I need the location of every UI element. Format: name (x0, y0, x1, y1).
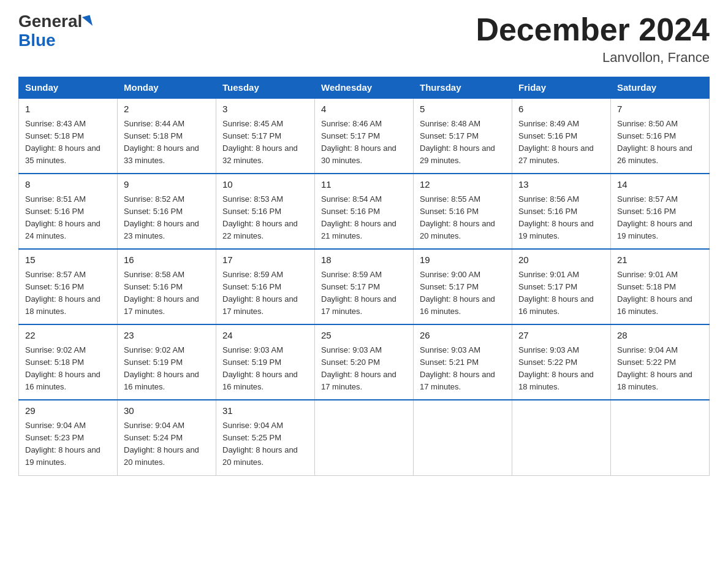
day-number: 11 (321, 178, 407, 192)
day-number: 2 (124, 102, 210, 117)
day-number: 4 (321, 102, 407, 117)
day-number: 10 (222, 178, 308, 192)
table-row: 21Sunrise: 9:01 AMSunset: 5:18 PMDayligh… (611, 249, 710, 324)
day-number: 15 (25, 253, 111, 267)
day-info: Sunrise: 8:59 AMSunset: 5:16 PMDaylight:… (222, 269, 308, 318)
day-info: Sunrise: 9:04 AMSunset: 5:24 PMDaylight:… (124, 419, 210, 469)
day-info: Sunrise: 9:01 AMSunset: 5:18 PMDaylight:… (617, 269, 703, 318)
table-row: 28Sunrise: 9:04 AMSunset: 5:22 PMDayligh… (611, 324, 710, 400)
day-number: 19 (420, 253, 506, 267)
table-row: 14Sunrise: 8:57 AMSunset: 5:16 PMDayligh… (611, 174, 710, 249)
day-number: 31 (222, 404, 308, 418)
day-number: 21 (617, 253, 703, 267)
day-number: 3 (222, 102, 308, 117)
table-row (315, 400, 414, 475)
table-row: 11Sunrise: 8:54 AMSunset: 5:16 PMDayligh… (315, 174, 414, 249)
table-row: 26Sunrise: 9:03 AMSunset: 5:21 PMDayligh… (414, 324, 512, 400)
calendar-location: Lanvollon, France (476, 50, 710, 66)
day-info: Sunrise: 9:03 AMSunset: 5:22 PMDaylight:… (518, 344, 604, 394)
header-friday: Friday (512, 77, 611, 99)
table-row: 17Sunrise: 8:59 AMSunset: 5:16 PMDayligh… (216, 249, 315, 324)
day-number: 27 (518, 329, 604, 343)
page-header: General Blue December 2024 Lanvollon, Fr… (18, 12, 710, 66)
day-info: Sunrise: 9:03 AMSunset: 5:20 PMDaylight:… (321, 344, 407, 394)
table-row (414, 400, 512, 475)
table-row: 20Sunrise: 9:01 AMSunset: 5:17 PMDayligh… (512, 249, 611, 324)
calendar-header-row: SundayMondayTuesdayWednesdayThursdayFrid… (19, 77, 710, 99)
day-info: Sunrise: 8:48 AMSunset: 5:17 PMDaylight:… (420, 118, 506, 167)
table-row: 2Sunrise: 8:44 AMSunset: 5:18 PMDaylight… (118, 98, 216, 174)
logo: General Blue (18, 12, 91, 50)
day-info: Sunrise: 9:04 AMSunset: 5:23 PMDaylight:… (25, 419, 111, 469)
day-number: 24 (222, 329, 308, 343)
day-number: 29 (25, 404, 111, 418)
table-row: 16Sunrise: 8:58 AMSunset: 5:16 PMDayligh… (118, 249, 216, 324)
day-info: Sunrise: 8:59 AMSunset: 5:17 PMDaylight:… (321, 269, 407, 318)
header-monday: Monday (118, 77, 216, 99)
logo-arrow-icon (82, 15, 93, 28)
table-row: 8Sunrise: 8:51 AMSunset: 5:16 PMDaylight… (19, 174, 118, 249)
day-number: 8 (25, 178, 111, 192)
day-number: 22 (25, 329, 111, 343)
day-info: Sunrise: 8:58 AMSunset: 5:16 PMDaylight:… (124, 269, 210, 318)
table-row (611, 400, 710, 475)
table-row: 10Sunrise: 8:53 AMSunset: 5:16 PMDayligh… (216, 174, 315, 249)
header-wednesday: Wednesday (315, 77, 414, 99)
day-info: Sunrise: 9:00 AMSunset: 5:17 PMDaylight:… (420, 269, 506, 318)
day-info: Sunrise: 8:53 AMSunset: 5:16 PMDaylight:… (222, 193, 308, 243)
day-info: Sunrise: 9:03 AMSunset: 5:21 PMDaylight:… (420, 344, 506, 394)
header-sunday: Sunday (19, 77, 118, 99)
table-row: 23Sunrise: 9:02 AMSunset: 5:19 PMDayligh… (118, 324, 216, 400)
day-number: 14 (617, 178, 703, 192)
day-info: Sunrise: 8:54 AMSunset: 5:16 PMDaylight:… (321, 193, 407, 243)
day-number: 5 (420, 102, 506, 117)
table-row: 4Sunrise: 8:46 AMSunset: 5:17 PMDaylight… (315, 98, 414, 174)
day-info: Sunrise: 8:46 AMSunset: 5:17 PMDaylight:… (321, 118, 407, 167)
table-row: 25Sunrise: 9:03 AMSunset: 5:20 PMDayligh… (315, 324, 414, 400)
day-info: Sunrise: 8:50 AMSunset: 5:16 PMDaylight:… (617, 118, 703, 167)
day-number: 20 (518, 253, 604, 267)
day-info: Sunrise: 8:57 AMSunset: 5:16 PMDaylight:… (617, 193, 703, 243)
day-info: Sunrise: 8:44 AMSunset: 5:18 PMDaylight:… (124, 118, 210, 167)
table-row (512, 400, 611, 475)
table-row: 13Sunrise: 8:56 AMSunset: 5:16 PMDayligh… (512, 174, 611, 249)
day-info: Sunrise: 8:57 AMSunset: 5:16 PMDaylight:… (25, 269, 111, 318)
table-row: 18Sunrise: 8:59 AMSunset: 5:17 PMDayligh… (315, 249, 414, 324)
table-row: 9Sunrise: 8:52 AMSunset: 5:16 PMDaylight… (118, 174, 216, 249)
table-row: 31Sunrise: 9:04 AMSunset: 5:25 PMDayligh… (216, 400, 315, 475)
day-number: 6 (518, 102, 604, 117)
week-row-1: 1Sunrise: 8:43 AMSunset: 5:18 PMDaylight… (19, 98, 710, 174)
day-info: Sunrise: 8:56 AMSunset: 5:16 PMDaylight:… (518, 193, 604, 243)
table-row: 5Sunrise: 8:48 AMSunset: 5:17 PMDaylight… (414, 98, 512, 174)
day-info: Sunrise: 8:55 AMSunset: 5:16 PMDaylight:… (420, 193, 506, 243)
table-row: 22Sunrise: 9:02 AMSunset: 5:18 PMDayligh… (19, 324, 118, 400)
day-number: 28 (617, 329, 703, 343)
week-row-2: 8Sunrise: 8:51 AMSunset: 5:16 PMDaylight… (19, 174, 710, 249)
day-info: Sunrise: 9:03 AMSunset: 5:19 PMDaylight:… (222, 344, 308, 394)
week-row-4: 22Sunrise: 9:02 AMSunset: 5:18 PMDayligh… (19, 324, 710, 400)
day-info: Sunrise: 8:49 AMSunset: 5:16 PMDaylight:… (518, 118, 604, 167)
day-number: 9 (124, 178, 210, 192)
header-thursday: Thursday (414, 77, 512, 99)
week-row-5: 29Sunrise: 9:04 AMSunset: 5:23 PMDayligh… (19, 400, 710, 475)
day-info: Sunrise: 8:52 AMSunset: 5:16 PMDaylight:… (124, 193, 210, 243)
day-info: Sunrise: 9:04 AMSunset: 5:25 PMDaylight:… (222, 419, 308, 469)
day-info: Sunrise: 9:02 AMSunset: 5:19 PMDaylight:… (124, 344, 210, 394)
day-info: Sunrise: 8:43 AMSunset: 5:18 PMDaylight:… (25, 118, 111, 167)
day-info: Sunrise: 8:45 AMSunset: 5:17 PMDaylight:… (222, 118, 308, 167)
table-row: 6Sunrise: 8:49 AMSunset: 5:16 PMDaylight… (512, 98, 611, 174)
day-info: Sunrise: 9:04 AMSunset: 5:22 PMDaylight:… (617, 344, 703, 394)
day-number: 25 (321, 329, 407, 343)
table-row: 15Sunrise: 8:57 AMSunset: 5:16 PMDayligh… (19, 249, 118, 324)
logo-blue: Blue (18, 31, 56, 50)
table-row: 7Sunrise: 8:50 AMSunset: 5:16 PMDaylight… (611, 98, 710, 174)
day-number: 23 (124, 329, 210, 343)
table-row: 27Sunrise: 9:03 AMSunset: 5:22 PMDayligh… (512, 324, 611, 400)
logo-general: General (18, 12, 82, 31)
day-number: 7 (617, 102, 703, 117)
calendar-title: December 2024 (476, 12, 710, 47)
day-info: Sunrise: 9:01 AMSunset: 5:17 PMDaylight:… (518, 269, 604, 318)
header-tuesday: Tuesday (216, 77, 315, 99)
day-number: 18 (321, 253, 407, 267)
day-number: 16 (124, 253, 210, 267)
